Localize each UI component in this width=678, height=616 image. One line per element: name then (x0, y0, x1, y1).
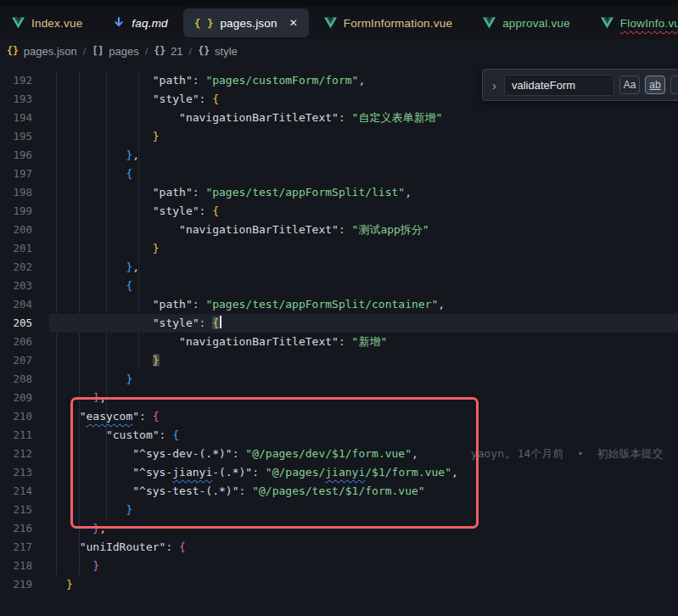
code-line[interactable]: 204 "path": "pages/test/appFormSplit/con… (0, 295, 678, 314)
line-number: 197 (0, 165, 49, 183)
code-line[interactable]: 197 { (0, 165, 678, 183)
code-line[interactable]: 196 }, (0, 146, 678, 165)
code-token: : (193, 74, 206, 87)
code-text: }, (49, 519, 678, 538)
code-text: } (49, 370, 678, 389)
line-number: 210 (0, 407, 49, 426)
line-number: 201 (0, 239, 49, 258)
code-token: } (66, 578, 73, 591)
close-icon[interactable]: ✕ (289, 17, 298, 29)
line-number: 200 (0, 221, 49, 239)
breadcrumb-label: 21 (171, 45, 182, 58)
object-icon: {} (7, 45, 19, 57)
titlebar-strip (0, 0, 678, 7)
vue-icon (324, 17, 337, 29)
tab-faq-md[interactable]: faq.md (98, 7, 182, 39)
tab-flowinfo-vue[interactable]: FlowInfo.vu (586, 7, 678, 39)
code-text: "^sys-dev-(.*)": "@/pages/dev/$1/form.vu… (49, 445, 678, 463)
code-token: "^sys-test-(.*)" (132, 484, 238, 497)
breadcrumb-separator: / (189, 45, 193, 58)
line-number: 192 (0, 71, 49, 90)
code-line[interactable]: 194 "navigationBarTitleText": "自定义表单新增" (0, 109, 678, 127)
regex-button[interactable]: .* (670, 76, 678, 94)
line-number: 211 (0, 426, 49, 445)
find-widget: › Aa ab .* (482, 69, 678, 101)
code-line[interactable]: 215 } (0, 501, 678, 519)
breadcrumb-separator: / (145, 45, 148, 58)
code-token: " (132, 410, 139, 423)
code-line[interactable]: 211 "custom": { (0, 426, 678, 445)
line-number: 208 (0, 370, 49, 389)
tab-forminformation-vue[interactable]: FormInformation.vue (309, 7, 468, 39)
code-line[interactable]: 200 "navigationBarTitleText": "测试app拆分" (0, 221, 678, 239)
code-line[interactable]: 206 "navigationBarTitleText": "新增" (0, 333, 678, 351)
code-line[interactable]: 219} (0, 575, 678, 594)
json-braces-icon: { } (194, 17, 214, 30)
match-case-button[interactable]: Aa (619, 76, 640, 94)
vue-icon (483, 17, 496, 29)
code-token: } (153, 130, 160, 143)
code-token: "@/pages/dev/$1/form.vue" (245, 447, 412, 460)
text-cursor (220, 316, 221, 328)
code-token: : (193, 298, 206, 311)
breadcrumb-item-file[interactable]: {} pages.json (7, 45, 77, 58)
line-number: 204 (0, 295, 49, 314)
code-line[interactable]: 214 "^sys-test-(.*)": "@/pages/test/$1/f… (0, 482, 678, 501)
tab-pages-json[interactable]: { } pages.json ✕ (183, 8, 309, 37)
object-icon: {} (198, 45, 210, 57)
breadcrumb: {} pages.json / [] pages / {} 21 / {} st… (0, 39, 678, 63)
code-line[interactable]: 210 "easycom": { (0, 407, 678, 426)
code-line[interactable]: 218 } (0, 557, 678, 575)
breadcrumb-item-21[interactable]: {} 21 (154, 45, 182, 58)
code-token: "^sys- (132, 466, 172, 479)
line-number: 193 (0, 90, 49, 109)
line-number: 203 (0, 277, 49, 295)
tab-label: faq.md (132, 17, 167, 30)
code-token: /$1/form.vue" (365, 466, 451, 479)
code-line[interactable]: 216 }, (0, 519, 678, 538)
code-token: } (126, 503, 132, 516)
code-line[interactable]: 217 "uniIdRouter": { (0, 538, 678, 557)
code-line[interactable]: 207 } (0, 351, 678, 370)
code-token: easycom (86, 410, 132, 423)
tab-approval-vue[interactable]: approval.vue (468, 7, 586, 39)
code-text: }, (49, 146, 678, 165)
code-token: , (358, 74, 365, 87)
find-expand-chevron-icon[interactable]: › (490, 78, 499, 92)
code-token: "style" (153, 92, 199, 105)
tab-index-vue[interactable]: Index.vue (0, 7, 98, 39)
breadcrumb-label: pages.json (24, 45, 77, 58)
code-line[interactable]: 202 }, (0, 258, 678, 277)
code-token: "style" (153, 204, 199, 217)
code-line[interactable]: 212 "^sys-dev-(.*)": "@/pages/dev/$1/for… (0, 445, 678, 463)
breadcrumb-separator: / (83, 45, 87, 58)
code-token: } (92, 559, 99, 572)
code-line[interactable]: 208 } (0, 370, 678, 389)
code-token: , (451, 466, 458, 479)
breadcrumb-item-style[interactable]: {} style (198, 45, 238, 58)
code-token: , (412, 447, 418, 460)
code-line[interactable]: 201 } (0, 239, 678, 258)
line-number: 209 (0, 389, 49, 407)
code-line[interactable]: 195 } (0, 127, 678, 146)
code-text: } (49, 351, 678, 370)
find-input[interactable] (504, 75, 614, 96)
tab-label: pages.json (220, 17, 277, 30)
code-text: "^sys-jianyi-(.*)": "@/pages/jianyi/$1/f… (49, 463, 678, 482)
code-line[interactable]: 198 "path": "pages/test/appFormSplit/lis… (0, 183, 678, 202)
vscode-window: Index.vue faq.md { } pages.json ✕ FormIn… (0, 0, 678, 616)
code-line[interactable]: 209 ], (0, 389, 678, 407)
whole-word-button[interactable]: ab (645, 76, 665, 94)
code-line[interactable]: 203 { (0, 277, 678, 295)
vue-icon (12, 17, 25, 29)
line-number: 214 (0, 482, 49, 501)
code-line[interactable]: 205 "style": { (0, 314, 678, 333)
breadcrumb-item-pages[interactable]: [] pages (92, 45, 138, 58)
code-token: : (199, 92, 213, 105)
tab-label: FormInformation.vue (344, 17, 452, 30)
code-line[interactable]: 213 "^sys-jianyi-(.*)": "@/pages/jianyi/… (0, 463, 678, 482)
code-token: "@/pages/test/$1/form.vue" (252, 484, 425, 497)
code-line[interactable]: 199 "style": { (0, 202, 678, 221)
code-token: "@/pages/ (266, 466, 325, 479)
code-token: : (199, 316, 213, 329)
